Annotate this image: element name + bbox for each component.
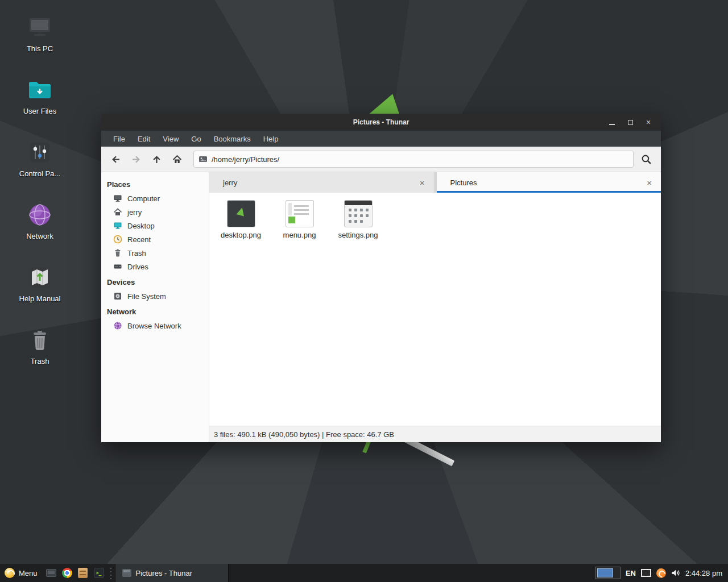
layout-flag-icon[interactable] (641, 569, 651, 577)
desktop-icon-label: Trash (9, 357, 71, 365)
search-icon (641, 154, 652, 165)
file-cabinet-icon (78, 568, 88, 578)
desktop-icon-label: Control Pa... (9, 169, 71, 178)
distro-logo-icon (5, 568, 15, 578)
monitor-icon (46, 569, 56, 577)
sidebar-item-file-system[interactable]: File System (101, 289, 209, 303)
file-pane: jerry × Pictures × desktop.png (209, 172, 661, 442)
trash-icon (113, 248, 122, 257)
home-button[interactable] (168, 151, 185, 168)
path-bar[interactable]: /home/jerry/Pictures/ (193, 151, 634, 168)
desktop-icon-label: This PC (9, 44, 71, 53)
titlebar[interactable]: Pictures - Thunar × (101, 114, 661, 131)
home-icon (172, 155, 182, 164)
up-arrow-icon (152, 155, 162, 164)
menu-file[interactable]: File (107, 131, 131, 147)
taskbar-window-button-thunar[interactable]: Pictures - Thunar (115, 564, 229, 582)
file-manager-launcher[interactable] (75, 564, 91, 582)
volume-icon[interactable] (671, 568, 680, 577)
menu-bookmarks[interactable]: Bookmarks (208, 131, 257, 147)
maximize-button[interactable] (621, 114, 639, 131)
sidebar-header-places: Places (101, 176, 209, 192)
maximize-icon (628, 120, 633, 125)
thumbnail-settings-png (345, 201, 372, 227)
desktop-icon-label: Help Manual (9, 294, 71, 303)
close-button[interactable]: × (639, 114, 657, 131)
drive-icon (113, 262, 122, 271)
path-text: /home/jerry/Pictures/ (212, 155, 279, 164)
desktop-icon-user-files[interactable]: User Files (9, 76, 71, 115)
tab-pictures[interactable]: Pictures × (437, 172, 661, 193)
desktop-icon-label: User Files (9, 107, 71, 115)
terminal-launcher[interactable] (91, 564, 107, 582)
minimize-button[interactable] (603, 114, 621, 131)
back-arrow-icon (111, 155, 121, 164)
taskbar: Menu Pictures - Thunar EN (0, 564, 728, 582)
clock[interactable]: 2:44:28 pm (685, 569, 722, 577)
help-map-icon (26, 264, 53, 291)
image-icon (198, 155, 208, 164)
desktop-icon-trash[interactable]: Trash (9, 326, 71, 365)
show-desktop-button[interactable] (43, 564, 59, 582)
clock-icon (113, 235, 122, 244)
computer-icon (113, 194, 122, 203)
taskbar-tray: EN 2:44:28 pm (595, 564, 728, 582)
menu-view[interactable]: View (156, 131, 185, 147)
tab-jerry[interactable]: jerry × (209, 172, 434, 193)
notification-tray-icon[interactable] (656, 568, 666, 578)
menu-button[interactable]: Menu (0, 564, 43, 582)
sidebar-item-desktop[interactable]: Desktop (101, 219, 209, 232)
menu-edit[interactable]: Edit (131, 131, 156, 147)
file-view[interactable]: desktop.png menu.png (209, 193, 661, 426)
menubar: File Edit View Go Bookmarks Help (101, 131, 661, 147)
workspace-pager[interactable] (595, 567, 621, 579)
sidebar-item-browse-network[interactable]: Browse Network (101, 319, 209, 332)
keyboard-layout-indicator[interactable]: EN (626, 569, 636, 577)
trash-icon (26, 326, 53, 354)
thumbnail-desktop-png (228, 201, 255, 227)
desktop-icon-help-manual[interactable]: Help Manual (9, 264, 71, 303)
chromium-icon (62, 568, 72, 578)
up-button[interactable] (148, 151, 165, 168)
browser-launcher[interactable] (59, 564, 75, 582)
sidebar-item-trash[interactable]: Trash (101, 246, 209, 260)
window-title: Pictures - Thunar (353, 118, 410, 126)
tab-bar: jerry × Pictures × (209, 172, 661, 193)
file-desktop-png[interactable]: desktop.png (212, 201, 270, 239)
thunar-window-icon (122, 569, 131, 577)
menu-help[interactable]: Help (257, 131, 285, 147)
sidebar-item-home-jerry[interactable]: jerry (101, 205, 209, 219)
sidebar-item-recent[interactable]: Recent (101, 232, 209, 246)
desktop-icon (113, 221, 122, 230)
tab-close-icon[interactable]: × (417, 178, 427, 188)
tab-close-icon[interactable]: × (644, 178, 654, 188)
desktop-icon-network[interactable]: Network (9, 201, 71, 240)
window-controls: × (603, 114, 657, 131)
pager-window-preview (597, 568, 613, 577)
desktop-icon-control-panel[interactable]: Control Pa... (9, 139, 71, 178)
sidebar-item-computer[interactable]: Computer (101, 192, 209, 205)
desktop-icon-this-pc[interactable]: This PC (9, 14, 71, 53)
sidebar-item-drives[interactable]: Drives (101, 260, 209, 273)
terminal-icon (94, 568, 104, 578)
control-panel-icon (26, 139, 53, 166)
status-bar: 3 files: 490.1 kB (490,050 bytes) | Free… (209, 426, 661, 442)
back-button[interactable] (107, 151, 124, 168)
computer-icon (26, 14, 53, 41)
forward-arrow-icon (131, 155, 141, 164)
screen: This PC User Files Control Pa... Network… (0, 0, 728, 582)
status-text: 3 files: 490.1 kB (490,050 bytes) | Free… (214, 430, 394, 439)
forward-button[interactable] (127, 151, 144, 168)
thumbnail-menu-png (286, 201, 313, 227)
search-button[interactable] (637, 150, 655, 168)
sidebar-header-network: Network (101, 303, 209, 319)
panel-separator (109, 567, 113, 579)
file-settings-png[interactable]: settings.png (329, 201, 387, 239)
toolbar: /home/jerry/Pictures/ (101, 147, 661, 172)
filesystem-icon (113, 292, 122, 301)
menu-go[interactable]: Go (185, 131, 207, 147)
folder-icon (26, 76, 53, 103)
file-menu-png[interactable]: menu.png (270, 201, 329, 239)
globe-icon (113, 321, 122, 330)
desktop-icon-label: Network (9, 232, 71, 240)
